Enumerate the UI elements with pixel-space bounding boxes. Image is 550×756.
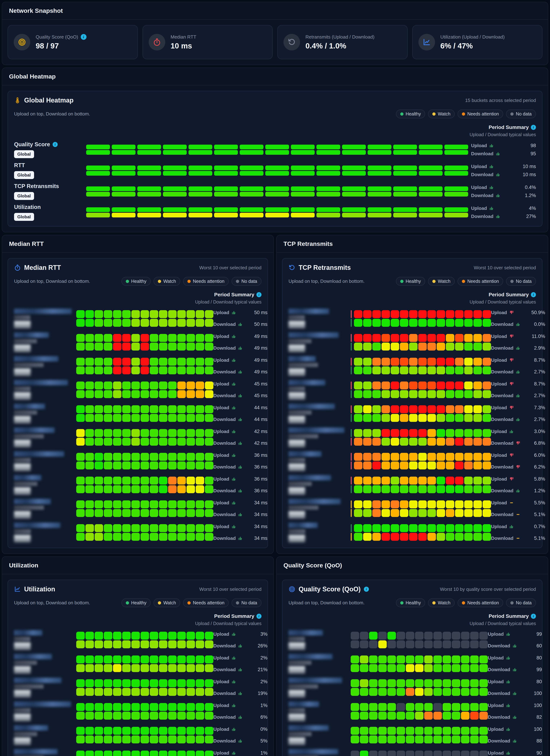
bucket-pill[interactable] xyxy=(455,405,464,422)
bucket-pill[interactable] xyxy=(85,727,94,743)
legend-pill-needs-attention[interactable]: Needs attention xyxy=(458,277,503,286)
bucket-pill[interactable] xyxy=(354,382,363,398)
bucket-pill[interactable] xyxy=(150,405,158,422)
bucket-pill[interactable] xyxy=(409,310,418,327)
bucket-pill[interactable] xyxy=(369,703,378,720)
bucket-pill[interactable] xyxy=(140,703,149,720)
bucket-pill[interactable] xyxy=(113,453,121,469)
bucket-pill[interactable] xyxy=(317,207,340,217)
bucket-pill[interactable] xyxy=(424,679,433,696)
bucket-pill[interactable] xyxy=(168,524,176,541)
bucket-pill[interactable] xyxy=(214,186,238,197)
bucket-pill[interactable] xyxy=(113,500,121,517)
bucket-pill[interactable] xyxy=(433,632,442,648)
bucket-pill[interactable] xyxy=(150,727,158,743)
bucket-pill[interactable] xyxy=(113,727,121,743)
bucket-pill[interactable] xyxy=(159,405,167,422)
legend-pill-watch[interactable]: Watch xyxy=(428,277,455,286)
kpi-card[interactable]: Utilization (Upload / Download)6% / 47% xyxy=(412,25,543,59)
bucket-pill[interactable] xyxy=(428,524,436,541)
bucket-pill[interactable] xyxy=(140,500,149,517)
bucket-pill[interactable] xyxy=(400,310,408,327)
bucket-pill[interactable] xyxy=(159,655,167,672)
kpi-card[interactable]: Median RTT10 ms xyxy=(142,25,273,59)
bucket-pill[interactable] xyxy=(140,477,149,493)
bucket-pill[interactable] xyxy=(455,524,464,541)
bucket-pill[interactable] xyxy=(418,500,427,517)
bucket-pill[interactable] xyxy=(437,358,445,374)
bucket-pill[interactable] xyxy=(159,453,167,469)
bucket-pill[interactable] xyxy=(150,358,158,374)
bucket-pill[interactable] xyxy=(140,334,149,351)
bucket-pill[interactable] xyxy=(393,186,417,197)
bucket-pill[interactable] xyxy=(409,405,418,422)
bucket-pill[interactable] xyxy=(393,207,417,217)
bucket-pill[interactable] xyxy=(177,703,186,720)
bucket-pill[interactable] xyxy=(150,703,158,720)
bucket-pill[interactable] xyxy=(150,477,158,493)
bucket-pill[interactable] xyxy=(168,429,176,446)
bucket-pill[interactable] xyxy=(85,310,94,327)
bucket-pill[interactable] xyxy=(76,405,85,422)
bucket-pill[interactable] xyxy=(85,751,94,756)
bucket-pill[interactable] xyxy=(406,655,414,672)
bucket-pill[interactable] xyxy=(168,727,176,743)
bucket-pill[interactable] xyxy=(168,500,176,517)
bucket-pill[interactable] xyxy=(418,429,427,446)
bucket-pill[interactable] xyxy=(85,632,94,648)
bucket-pill[interactable] xyxy=(372,334,381,351)
bucket-pill[interactable] xyxy=(85,453,94,469)
bucket-pill[interactable] xyxy=(428,500,436,517)
bucket-pill[interactable] xyxy=(443,679,451,696)
bucket-pill[interactable] xyxy=(86,145,110,155)
bucket-pill[interactable] xyxy=(122,429,131,446)
bucket-pill[interactable] xyxy=(479,703,488,720)
bucket-pill[interactable] xyxy=(388,655,396,672)
legend-pill-needs-attention[interactable]: Needs attention xyxy=(183,598,229,607)
bucket-pill[interactable] xyxy=(400,453,408,469)
bucket-pill[interactable] xyxy=(159,334,167,351)
bucket-pill[interactable] xyxy=(378,655,387,672)
bucket-pill[interactable] xyxy=(76,334,85,351)
bucket-pill[interactable] xyxy=(76,310,85,327)
bucket-pill[interactable] xyxy=(76,453,85,469)
bucket-pill[interactable] xyxy=(113,655,121,672)
bucket-pill[interactable] xyxy=(95,429,103,446)
bucket-pill[interactable] xyxy=(122,477,131,493)
bucket-pill[interactable] xyxy=(382,477,390,493)
bucket-pill[interactable] xyxy=(113,334,121,351)
bucket-pill[interactable] xyxy=(354,310,363,327)
bucket-pill[interactable] xyxy=(159,679,167,696)
bucket-pill[interactable] xyxy=(95,310,103,327)
bucket-pill[interactable] xyxy=(104,524,112,541)
legend-pill-no-data[interactable]: No data xyxy=(506,277,536,286)
bucket-pill[interactable] xyxy=(95,334,103,351)
bucket-pill[interactable] xyxy=(131,453,140,469)
bucket-pill[interactable] xyxy=(265,186,289,197)
bucket-pill[interactable] xyxy=(428,382,436,398)
bucket-pill[interactable] xyxy=(360,727,368,743)
bucket-pill[interactable] xyxy=(140,655,149,672)
bucket-pill[interactable] xyxy=(437,334,445,351)
bucket-pill[interactable] xyxy=(483,429,491,446)
bucket-pill[interactable] xyxy=(455,477,464,493)
bucket-pill[interactable] xyxy=(104,334,112,351)
bucket-pill[interactable] xyxy=(113,358,121,374)
bucket-pill[interactable] xyxy=(150,382,158,398)
bucket-pill[interactable] xyxy=(406,727,414,743)
bucket-pill[interactable] xyxy=(196,382,204,398)
bucket-pill[interactable] xyxy=(409,453,418,469)
bucket-pill[interactable] xyxy=(351,679,359,696)
bucket-pill[interactable] xyxy=(140,524,149,541)
bucket-pill[interactable] xyxy=(122,655,131,672)
bucket-pill[interactable] xyxy=(76,679,85,696)
bucket-pill[interactable] xyxy=(443,727,451,743)
bucket-pill[interactable] xyxy=(443,751,451,756)
bucket-pill[interactable] xyxy=(86,207,110,217)
bucket-pill[interactable] xyxy=(363,453,372,469)
bucket-pill[interactable] xyxy=(382,358,390,374)
bucket-pill[interactable] xyxy=(455,334,464,351)
bucket-pill[interactable] xyxy=(470,727,479,743)
bucket-pill[interactable] xyxy=(131,429,140,446)
bucket-pill[interactable] xyxy=(150,524,158,541)
